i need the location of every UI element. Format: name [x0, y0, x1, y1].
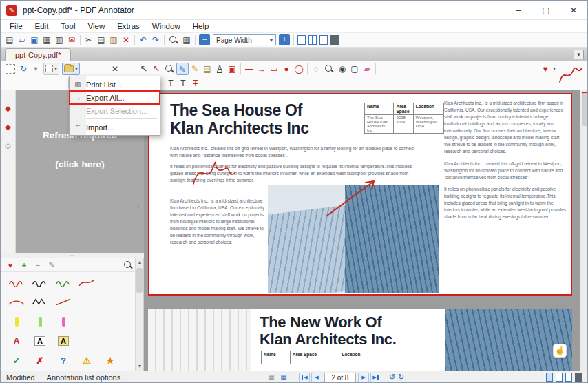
menu-item-import[interactable]: → Import...: [70, 121, 160, 134]
favorite-text-highlight-style[interactable]: A: [52, 333, 75, 349]
chevron-down-icon[interactable]: ▾: [553, 65, 556, 72]
undo-icon[interactable]: ↶: [137, 34, 149, 46]
tab-ppt-copy[interactable]: ppt-Copy.pdf*: [5, 48, 71, 61]
favorite-stroke[interactable]: [75, 275, 98, 290]
favorites-heart-icon[interactable]: ♥: [539, 63, 552, 75]
arrow-tool-icon[interactable]: →: [255, 63, 268, 75]
menu-help[interactable]: Help: [187, 20, 216, 32]
favorite-stamp-question[interactable]: ?: [52, 353, 75, 368]
favorite-text-box-style[interactable]: A: [28, 333, 52, 349]
print-icon[interactable]: ▥: [53, 34, 65, 46]
favorite-highlight[interactable]: [5, 314, 28, 329]
tab-list-dropdown[interactable]: ▾: [574, 50, 584, 59]
menu-item-export-all[interactable]: → Export All...: [70, 91, 160, 104]
favorite-stamp-check[interactable]: ✓: [5, 353, 28, 368]
search-icon[interactable]: [168, 34, 179, 45]
new-document-icon[interactable]: ▤: [3, 34, 16, 46]
history-back-icon[interactable]: ↺: [389, 373, 395, 382]
add-favorite-icon[interactable]: +: [19, 261, 30, 269]
sidebar-tab-bookmarks-icon[interactable]: ◆: [5, 104, 10, 113]
remove-favorite-icon[interactable]: −: [32, 261, 43, 269]
list-options-menu-button[interactable]: ▾: [62, 63, 80, 75]
zoom-tool-icon[interactable]: [164, 63, 175, 74]
palette-search-icon[interactable]: [123, 260, 134, 271]
pan-select-tool-icon[interactable]: ↖: [150, 63, 162, 75]
palette-scrollbar[interactable]: ▲ ▼: [135, 258, 143, 371]
sidebar-tab-attachments-icon[interactable]: ◇: [5, 141, 10, 150]
circle-tool-icon[interactable]: ◯: [293, 63, 305, 75]
zoom-in-button[interactable]: +: [279, 34, 290, 45]
facing-view-icon[interactable]: [565, 373, 572, 382]
sidebar-tab-annotations-icon[interactable]: ◆: [5, 123, 10, 132]
single-page-layout-icon[interactable]: [297, 35, 306, 45]
favorite-stroke[interactable]: [28, 294, 52, 309]
paste-icon[interactable]: ▥: [107, 34, 120, 46]
annotation-list-options[interactable]: Annotation list options: [41, 373, 127, 382]
full-page-icon[interactable]: [330, 35, 339, 45]
panel-splitter[interactable]: ⋯: [1, 253, 144, 258]
panel-scrollbar[interactable]: ⋮: [135, 204, 143, 211]
lasso-tool-icon[interactable]: ◌: [310, 63, 322, 75]
single-page-view-icon[interactable]: [546, 373, 553, 382]
pen-tool-icon[interactable]: ✎: [176, 63, 189, 75]
menu-edit[interactable]: Edit: [29, 20, 55, 32]
history-forward-icon[interactable]: ↻: [398, 373, 404, 382]
thumbnail-grid-icon[interactable]: ▦: [180, 34, 193, 46]
favorite-highlight[interactable]: [28, 314, 52, 329]
text-underline-icon[interactable]: T: [177, 77, 189, 90]
note-tool-icon[interactable]: ▤: [201, 63, 213, 75]
line-tool-icon[interactable]: —: [243, 63, 255, 75]
favorite-stroke[interactable]: [5, 275, 28, 290]
maximize-button[interactable]: ▢: [532, 1, 560, 20]
select-tool-icon[interactable]: ↖: [138, 63, 150, 75]
save-icon[interactable]: ▣: [28, 34, 41, 46]
list-view-icon[interactable]: ▦: [265, 371, 277, 383]
delete-icon[interactable]: ✕: [120, 34, 132, 46]
menu-extras[interactable]: Extras: [111, 20, 146, 32]
favorites-heart-icon[interactable]: ♥: [5, 261, 16, 269]
save-all-icon[interactable]: ▦: [41, 34, 53, 46]
favorite-stroke[interactable]: [28, 275, 52, 290]
scroll-down-icon[interactable]: ▼: [136, 362, 144, 371]
next-page-button[interactable]: ▶: [358, 373, 369, 382]
ellipse-tool-icon[interactable]: ●: [280, 63, 293, 75]
refresh-list-icon[interactable]: ↻: [17, 63, 30, 75]
first-page-button[interactable]: ◀: [299, 373, 310, 382]
zoom-mode-select[interactable]: Page Width ▾: [213, 34, 276, 45]
edit-favorite-icon[interactable]: ✎: [46, 260, 57, 269]
text-format-icon[interactable]: T: [165, 77, 177, 90]
arrow-annotation[interactable]: [315, 170, 390, 220]
stamp-tool-icon[interactable]: ▣: [226, 63, 238, 75]
menu-item-print-list[interactable]: ▥ Print List...: [70, 78, 160, 91]
continuous-view-icon[interactable]: [556, 373, 563, 382]
rectangle-tool-icon[interactable]: ▭: [268, 63, 280, 75]
marquee-select-icon[interactable]: [6, 64, 15, 74]
favorite-stroke[interactable]: [52, 275, 75, 290]
loupe-tool-icon[interactable]: [324, 63, 335, 74]
pdf-page-2[interactable]: The New Work Of Klan Architects Inc. Nam…: [148, 309, 572, 371]
snapshot-tool-icon[interactable]: ◉: [336, 63, 348, 75]
scrollbar-thumb[interactable]: [136, 268, 143, 293]
menu-window[interactable]: Window: [146, 20, 187, 32]
click-here-text[interactable]: (click here): [16, 159, 144, 169]
previous-page-button[interactable]: ◀: [311, 373, 322, 382]
favorite-stamp-star[interactable]: ★: [98, 353, 122, 368]
open-file-icon[interactable]: ▱: [16, 34, 28, 46]
email-icon[interactable]: ✉: [65, 34, 78, 46]
pdf-page-1[interactable]: The Sea House Of Klan Architects Inc Nam…: [148, 93, 572, 296]
page-indicator[interactable]: 2 of 8: [324, 373, 356, 382]
two-page-layout-icon[interactable]: [308, 35, 317, 45]
document-viewport[interactable]: The Sea House Of Klan Architects Inc Nam…: [144, 90, 588, 371]
favorite-stroke[interactable]: [52, 294, 75, 309]
menu-view[interactable]: View: [81, 20, 111, 32]
zoom-out-button[interactable]: −: [199, 34, 210, 45]
highlighter-tool-icon[interactable]: ✎: [189, 63, 201, 75]
selection-options-dropdown[interactable]: ▾: [43, 63, 59, 75]
menu-file[interactable]: File: [3, 20, 29, 32]
minimize-button[interactable]: –: [505, 1, 532, 20]
continuous-layout-icon[interactable]: [319, 35, 328, 45]
document-scrollbar[interactable]: [580, 90, 588, 371]
menu-tool[interactable]: Tool: [54, 20, 81, 32]
redo-icon[interactable]: ↷: [149, 34, 162, 46]
scroll-up-icon[interactable]: ▲: [136, 258, 144, 267]
